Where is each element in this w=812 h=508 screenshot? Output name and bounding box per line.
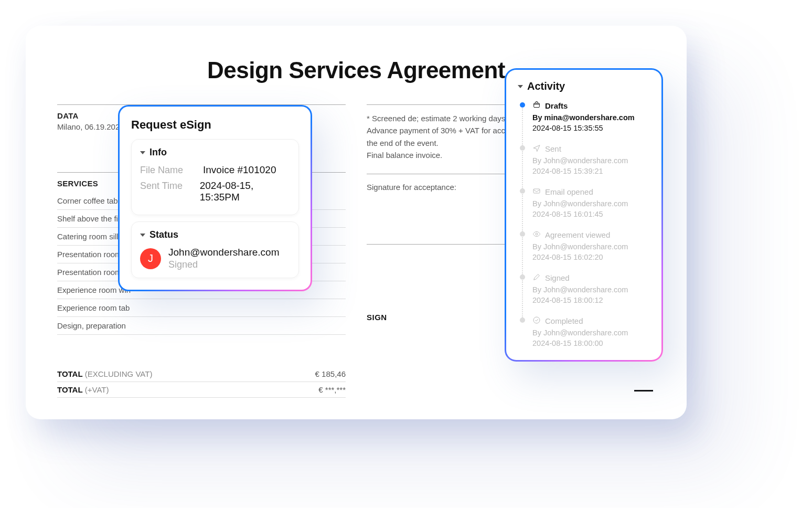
activity-card: Activity DraftsBy mina@wondershare.com20… — [505, 68, 663, 362]
esign-info-card: Info File Name Invoice #101020 Sent Time… — [131, 139, 299, 215]
service-item: Design, preparation — [57, 317, 346, 335]
activity-item-time: 2024-08-15 16:02:20 — [532, 253, 650, 261]
signer-row: J John@wondershare.com Signed — [140, 247, 290, 270]
timeline-dot-icon — [520, 145, 525, 151]
activity-item-head: Sent — [532, 144, 650, 154]
total-ex-vat-row: TOTAL (EXCLUDING VAT) € 185,46 — [57, 366, 346, 382]
esign-card: Request eSign Info File Name Invoice #10… — [118, 105, 312, 291]
timeline-dot-icon — [520, 102, 525, 108]
file-name-label: File Name — [140, 165, 193, 176]
activity-item-by: By John@wondershare.com — [532, 242, 650, 251]
svg-rect-0 — [534, 103, 540, 108]
chevron-down-icon — [140, 234, 145, 237]
avatar: J — [140, 248, 161, 269]
esign-status-card: Status J John@wondershare.com Signed — [131, 221, 299, 278]
activity-item-time: 2024-08-15 18:00:12 — [532, 296, 650, 304]
esign-status-heading-label: Status — [149, 229, 178, 240]
esign-title: Request eSign — [131, 118, 299, 132]
timeline-dot-icon — [520, 188, 525, 194]
activity-item[interactable]: CompletedBy John@wondershare.com2024-08-… — [520, 316, 650, 347]
activity-item[interactable]: DraftsBy mina@wondershare.com2024-08-15 … — [520, 101, 650, 144]
activity-item-by: By John@wondershare.com — [532, 329, 650, 337]
activity-item-label: Agreement viewed — [545, 230, 610, 239]
file-name-value: Invoice #101020 — [203, 164, 276, 176]
signature-line — [634, 390, 653, 391]
activity-item[interactable]: SentBy John@wondershare.com2024-08-15 15… — [520, 144, 650, 187]
total-inc-vat-light: (+VAT) — [83, 385, 109, 394]
esign-info-heading-label: Info — [149, 147, 167, 158]
svg-point-2 — [536, 233, 538, 235]
activity-item-label: Sent — [545, 144, 561, 153]
activity-item-head: Signed — [532, 273, 650, 283]
mail-icon — [532, 187, 541, 197]
total-ex-vat-strong: TOTAL — [57, 369, 83, 378]
esign-status-heading[interactable]: Status — [140, 229, 290, 240]
activity-item-by: By John@wondershare.com — [532, 156, 650, 165]
totals: TOTAL (EXCLUDING VAT) € 185,46 TOTAL (+V… — [57, 366, 346, 398]
activity-item-label: Completed — [545, 316, 583, 325]
activity-item-head: Agreement viewed — [532, 230, 650, 240]
total-inc-vat-value: € ***,*** — [318, 385, 346, 394]
sent-time-value: 2024-08-15, 15:35PM — [200, 180, 290, 203]
service-item: Experience room tab — [57, 299, 346, 317]
signed-icon — [532, 273, 541, 283]
activity-item[interactable]: SignedBy John@wondershare.com2024-08-15 … — [520, 273, 650, 316]
sent-time-row: Sent Time 2024-08-15, 15:35PM — [140, 180, 290, 203]
draft-icon — [532, 101, 541, 111]
activity-timeline: DraftsBy mina@wondershare.com2024-08-15 … — [520, 101, 650, 347]
total-inc-vat-row: TOTAL (+VAT) € ***,*** — [57, 382, 346, 398]
activity-item-by: By John@wondershare.com — [532, 285, 650, 294]
activity-heading-label: Activity — [527, 80, 565, 92]
activity-item-time: 2024-08-15 15:39:21 — [532, 167, 650, 175]
activity-item-by: By John@wondershare.com — [532, 199, 650, 208]
file-name-row: File Name Invoice #101020 — [140, 164, 290, 176]
eye-icon — [532, 230, 541, 240]
total-ex-vat-light: (EXCLUDING VAT) — [83, 369, 153, 378]
activity-item-by: By mina@wondershare.com — [532, 113, 650, 122]
signer-state: Signed — [168, 259, 280, 270]
activity-heading[interactable]: Activity — [518, 80, 650, 92]
svg-rect-1 — [533, 189, 540, 193]
activity-item-time: 2024-08-15 18:00:00 — [532, 339, 650, 347]
activity-item[interactable]: Agreement viewedBy John@wondershare.com2… — [520, 230, 650, 273]
activity-item-head: Email opened — [532, 187, 650, 197]
sent-icon — [532, 144, 541, 154]
sent-time-label: Sent Time — [140, 181, 189, 192]
timeline-dot-icon — [520, 231, 525, 237]
esign-info-heading[interactable]: Info — [140, 147, 290, 158]
svg-point-3 — [533, 317, 540, 323]
activity-item-label: Email opened — [545, 187, 593, 196]
timeline-dot-icon — [520, 318, 525, 323]
total-ex-vat-value: € 185,46 — [315, 369, 346, 378]
completed-icon — [532, 316, 541, 326]
chevron-down-icon — [518, 85, 523, 88]
activity-item-time: 2024-08-15 16:01:45 — [532, 210, 650, 218]
activity-item-label: Drafts — [545, 101, 568, 110]
activity-item-head: Completed — [532, 316, 650, 326]
chevron-down-icon — [140, 151, 145, 154]
activity-item-head: Drafts — [532, 101, 650, 111]
activity-item[interactable]: Email openedBy John@wondershare.com2024-… — [520, 187, 650, 230]
timeline-dot-icon — [520, 274, 525, 280]
activity-item-label: Signed — [545, 273, 570, 282]
activity-item-time: 2024-08-15 15:35:55 — [532, 124, 650, 132]
signer-email: John@wondershare.com — [168, 247, 280, 258]
total-inc-vat-strong: TOTAL — [57, 385, 83, 394]
